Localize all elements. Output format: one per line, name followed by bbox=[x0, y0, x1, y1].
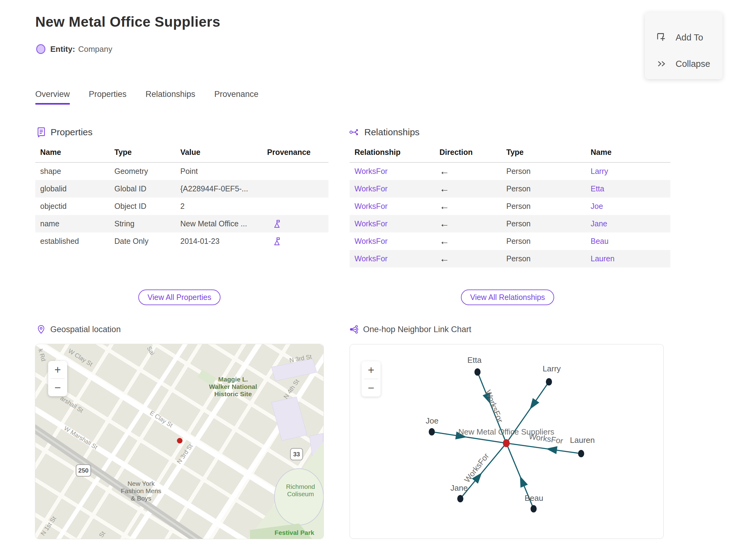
related-entity-link[interactable]: Jane bbox=[591, 219, 607, 228]
chart-node[interactable] bbox=[546, 378, 552, 385]
properties-section-title: Properties bbox=[51, 127, 93, 137]
relationships-table: RelationshipDirectionTypeNameWorksFor←Pe… bbox=[350, 144, 670, 267]
chart-center-label: New Metal Office Suppliers bbox=[458, 427, 554, 436]
provenance-flag-icon[interactable] bbox=[272, 236, 282, 246]
one-hop-link-chart-icon bbox=[349, 324, 359, 334]
direction-cell: ← bbox=[439, 215, 506, 232]
properties-table: NameTypeValueProvenanceshapeGeometryPoin… bbox=[35, 144, 328, 250]
related-entity-link[interactable]: Beau bbox=[591, 237, 608, 245]
relationships-section-title: Relationships bbox=[364, 127, 420, 137]
properties-col-header: Provenance bbox=[267, 144, 328, 163]
related-name-cell: Joe bbox=[591, 198, 670, 215]
relationship-row: WorksFor←PersonLauren bbox=[350, 250, 670, 267]
chart-zoom-in-button[interactable]: + bbox=[362, 361, 381, 379]
related-entity-link[interactable]: Joe bbox=[591, 202, 603, 210]
related-entity-type: Person bbox=[506, 250, 591, 267]
poi-label: RichmondColiseum bbox=[286, 483, 315, 497]
direction-arrow-icon: ← bbox=[439, 183, 449, 194]
route-shield: 250 bbox=[76, 465, 91, 476]
route-shield: 33 bbox=[290, 448, 303, 460]
relationship-type-link[interactable]: WorksFor bbox=[355, 237, 388, 245]
property-value: {A228944F-0EF5-... bbox=[180, 180, 267, 198]
property-value: 2014-01-23 bbox=[180, 232, 267, 250]
related-entity-link[interactable]: Larry bbox=[591, 167, 608, 175]
view-all-properties-button[interactable]: View All Properties bbox=[138, 290, 220, 305]
property-type: Date Only bbox=[114, 232, 180, 250]
map-zoom-control: + − bbox=[48, 361, 67, 396]
direction-arrow-icon: ← bbox=[439, 166, 449, 177]
direction-cell: ← bbox=[439, 163, 506, 180]
property-provenance-cell bbox=[267, 163, 328, 180]
link-chart-canvas[interactable]: WorksForWorksForWorksForEttaLarryJoeLaur… bbox=[350, 344, 663, 539]
chart-node[interactable] bbox=[474, 368, 481, 376]
chart-node[interactable] bbox=[531, 505, 537, 512]
related-name-cell: Etta bbox=[591, 180, 670, 198]
relationship-cell: WorksFor bbox=[350, 198, 439, 215]
direction-arrow-icon: ← bbox=[439, 201, 449, 212]
collapse-label: Collapse bbox=[676, 59, 710, 69]
property-type: Global ID bbox=[114, 180, 180, 198]
chart-edge-arrow bbox=[516, 474, 528, 488]
chart-zoom-out-button[interactable]: − bbox=[362, 379, 381, 397]
relationship-row: WorksFor←PersonLarry bbox=[350, 163, 670, 180]
property-name: globalid bbox=[35, 180, 114, 198]
property-row: objectidObject ID2 bbox=[35, 198, 328, 215]
chart-node[interactable] bbox=[429, 428, 435, 435]
add-to-button[interactable]: Add To bbox=[655, 31, 703, 44]
relationship-type-link[interactable]: WorksFor bbox=[355, 219, 388, 228]
double-chevron-right-icon bbox=[655, 58, 668, 70]
related-entity-link[interactable]: Etta bbox=[591, 184, 604, 193]
tab-overview[interactable]: Overview bbox=[35, 90, 70, 105]
property-row: globalidGlobal ID{A228944F-0EF5-... bbox=[35, 180, 328, 198]
linkchart-section-title: One-hop Neighbor Link Chart bbox=[363, 325, 471, 334]
chart-node[interactable] bbox=[457, 495, 463, 502]
relationship-cell: WorksFor bbox=[350, 232, 439, 250]
related-entity-link[interactable]: Lauren bbox=[591, 254, 615, 263]
map-zoom-in-button[interactable]: + bbox=[48, 361, 67, 378]
property-name: shape bbox=[35, 163, 114, 180]
properties-section-header: Properties bbox=[35, 127, 93, 138]
tab-properties[interactable]: Properties bbox=[89, 90, 127, 105]
relationship-type-link[interactable]: WorksFor bbox=[355, 167, 388, 175]
map-canvas[interactable]: k RdW Clay StSaiarshall StW Marshall StE… bbox=[35, 344, 324, 539]
relationships-section-header: Relationships bbox=[349, 127, 420, 138]
related-entity-type: Person bbox=[506, 232, 591, 250]
property-provenance-cell bbox=[267, 232, 328, 250]
view-all-relationships-button[interactable]: View All Relationships bbox=[461, 290, 554, 305]
tab-relationships[interactable]: Relationships bbox=[146, 90, 195, 105]
chart-node-label: Joe bbox=[426, 416, 439, 425]
relationship-type-link[interactable]: WorksFor bbox=[355, 254, 388, 263]
relationship-row: WorksFor←PersonEtta bbox=[350, 180, 670, 198]
chart-node-label: Lauren bbox=[570, 435, 595, 445]
properties-col-header: Name bbox=[35, 144, 114, 163]
direction-cell: ← bbox=[439, 250, 506, 267]
geospatial-section-title: Geospatial location bbox=[50, 325, 121, 334]
map-zoom-out-button[interactable]: − bbox=[48, 379, 67, 396]
provenance-flag-icon[interactable] bbox=[272, 219, 282, 229]
property-row: nameStringNew Metal Office ... bbox=[35, 215, 328, 232]
relationship-cell: WorksFor bbox=[350, 215, 439, 232]
entity-type-icon bbox=[36, 44, 45, 54]
chart-node[interactable] bbox=[578, 450, 584, 457]
map-entity-marker[interactable] bbox=[177, 438, 182, 443]
relationship-type-link[interactable]: WorksFor bbox=[355, 184, 388, 193]
property-type: String bbox=[114, 215, 180, 232]
properties-col-header: Value bbox=[180, 144, 267, 163]
collapse-button[interactable]: Collapse bbox=[655, 58, 710, 70]
chart-center-node[interactable] bbox=[503, 439, 510, 447]
property-row: shapeGeometryPoint bbox=[35, 163, 328, 180]
view-all-properties-wrap: View All Properties bbox=[35, 290, 324, 305]
relationships-col-header: Name bbox=[591, 144, 670, 163]
relationship-type-link[interactable]: WorksFor bbox=[355, 202, 388, 210]
related-entity-type: Person bbox=[506, 163, 591, 180]
relationship-row: WorksFor←PersonBeau bbox=[350, 232, 670, 250]
floating-actions-menu: Add To Collapse bbox=[645, 12, 723, 79]
tab-provenance[interactable]: Provenance bbox=[214, 90, 259, 105]
relationships-col-header: Direction bbox=[439, 144, 506, 163]
relationships-icon bbox=[349, 127, 360, 138]
svg-text:250: 250 bbox=[78, 467, 88, 474]
property-name: name bbox=[35, 215, 114, 232]
entity-badge: Entity: Company bbox=[36, 44, 112, 54]
relationships-col-header: Type bbox=[506, 144, 591, 163]
direction-cell: ← bbox=[439, 198, 506, 215]
